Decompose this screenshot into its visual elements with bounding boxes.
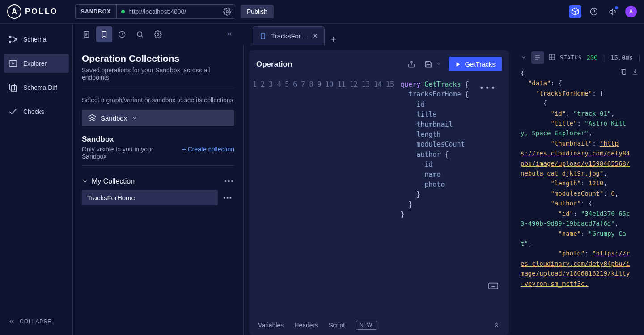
sidebar-item-label: Schema Diff — [23, 84, 57, 91]
share-button[interactable] — [406, 59, 417, 70]
logo-mark-icon — [7, 4, 21, 19]
svg-point-10 — [137, 32, 142, 37]
svg-marker-6 — [12, 62, 15, 65]
explorer-icon — [8, 59, 18, 68]
svg-point-2 — [9, 36, 11, 38]
publish-button[interactable]: Publish — [241, 5, 274, 18]
url-cluster: SANDBOX http://localhost:4000/ — [75, 4, 235, 19]
response-time: 15.0ms — [610, 54, 633, 61]
variables-tab[interactable]: Variables — [258, 322, 284, 329]
history-panel-button[interactable] — [114, 26, 130, 42]
copy-response-button[interactable] — [620, 68, 627, 77]
svg-rect-8 — [11, 85, 16, 92]
tab-close-button[interactable]: ✕ — [312, 32, 318, 40]
sidebar-item-checks[interactable]: Checks — [4, 102, 69, 121]
list-icon — [534, 54, 541, 61]
endpoint-settings-button[interactable] — [220, 8, 235, 16]
status-dot-icon — [121, 10, 125, 13]
headers-tab[interactable]: Headers — [294, 322, 318, 329]
history-icon — [118, 30, 126, 38]
document-icon — [82, 30, 90, 38]
docs-panel-button[interactable] — [78, 26, 94, 42]
url-box[interactable]: http://localhost:4000/ — [117, 5, 220, 18]
topbar: POLLO SANDBOX http://localhost:4000/ Pub… — [0, 0, 644, 24]
save-menu-button[interactable] — [434, 61, 443, 68]
sandbox-selector-button[interactable]: Sandbox — [82, 110, 234, 126]
search-panel-button[interactable] — [132, 26, 148, 42]
help-icon — [590, 8, 598, 16]
sidebar-item-schema-diff[interactable]: Schema Diff — [4, 78, 69, 97]
layers-icon — [88, 114, 96, 122]
code-content: query GetTracks { tracksForHome { id tit… — [400, 80, 502, 314]
svg-point-3 — [9, 41, 11, 43]
sandbox-heading: Sandbox — [82, 135, 234, 144]
sandbox-sub: Only visible to you in your Sandbox — [82, 146, 162, 160]
operation-footer: Variables Headers Script NEW! — [249, 315, 509, 335]
keyboard-icon — [488, 282, 498, 289]
announcements-button[interactable] — [606, 5, 619, 18]
collapse-response-button[interactable] — [521, 54, 527, 62]
save-button[interactable] — [423, 59, 434, 70]
logo: POLLO — [7, 4, 70, 19]
download-icon — [631, 68, 639, 75]
chevron-down-icon — [82, 178, 88, 184]
play-icon — [455, 61, 461, 67]
svg-rect-15 — [622, 70, 626, 75]
response-table-button[interactable] — [548, 54, 555, 62]
sidebar-item-explorer[interactable]: Explorer — [4, 54, 69, 73]
collapse-sidebar-button[interactable]: COLLAPSE — [4, 314, 69, 329]
collections-title: Operation Collections — [82, 53, 234, 64]
operation-editor[interactable]: ••• 1 2 3 4 5 6 7 8 9 10 11 12 13 14 15 … — [249, 78, 509, 315]
operation-panel-title: Operation — [256, 60, 292, 69]
sidebar: Schema Explorer Schema Diff Checks COLLA… — [0, 24, 73, 335]
chevron-down-icon — [436, 61, 441, 67]
expand-footer-button[interactable] — [493, 321, 500, 330]
new-badge: NEW! — [356, 321, 377, 330]
collections-panel-button[interactable] — [96, 26, 112, 42]
table-icon — [548, 54, 555, 61]
help-button[interactable] — [588, 5, 600, 18]
avatar[interactable]: A — [625, 6, 637, 17]
svg-point-1 — [591, 8, 597, 15]
tab-label: TracksFor… — [271, 32, 308, 40]
response-json[interactable]: { "data": { "tracksForHome": [ { "id": "… — [521, 68, 641, 289]
chevrons-left-icon — [8, 318, 15, 325]
collection-menu-button[interactable]: ••• — [224, 177, 234, 185]
operation-tabs: TracksFor… ✕ + — [244, 24, 343, 45]
plus-icon: + — [182, 146, 186, 153]
collection-header[interactable]: My Collection ••• — [82, 173, 234, 190]
operation-item-menu-button[interactable]: ••• — [221, 194, 234, 201]
sidebar-item-schema[interactable]: Schema — [4, 30, 69, 49]
clipboard-icon — [620, 68, 627, 75]
svg-rect-13 — [489, 283, 498, 289]
create-collection-button[interactable]: + Create collection — [182, 146, 234, 153]
collections-subtitle: Saved operations for your Sandbox, acros… — [82, 67, 234, 81]
gear-icon — [223, 8, 231, 16]
diff-icon — [8, 83, 18, 92]
bookmark-icon — [259, 33, 267, 40]
collection-operation-item[interactable]: TracksForHome — [82, 190, 218, 205]
line-gutter: 1 2 3 4 5 6 7 8 9 10 11 12 13 14 15 — [253, 80, 400, 314]
chevrons-up-icon — [493, 321, 500, 328]
collapse-left-panel-button[interactable] — [226, 30, 238, 39]
download-response-button[interactable] — [631, 68, 639, 77]
settings-panel-button[interactable] — [150, 26, 166, 42]
keyboard-shortcuts-button[interactable] — [488, 282, 498, 292]
run-operation-button[interactable]: GetTracks — [449, 57, 502, 71]
sidebar-item-label: Explorer — [23, 60, 47, 67]
chevrons-left-icon — [226, 30, 233, 38]
tab-operation[interactable]: TracksFor… ✕ — [253, 26, 325, 45]
sidebar-item-label: Checks — [23, 108, 44, 115]
editor-menu-button[interactable]: ••• — [479, 83, 496, 93]
checks-icon — [8, 107, 18, 117]
operation-column: Operation — [244, 45, 514, 335]
megaphone-icon — [609, 8, 617, 16]
add-tab-button[interactable]: + — [325, 34, 343, 45]
url-text: http://localhost:4000/ — [128, 8, 186, 15]
response-panel: STATUS 200 | 15.0ms | { "data": { "track… — [514, 45, 644, 335]
svg-rect-7 — [10, 84, 15, 90]
response-view-button[interactable] — [531, 51, 544, 64]
bookmark-icon — [100, 30, 108, 38]
script-tab[interactable]: Script — [329, 322, 345, 329]
studio-button[interactable] — [569, 5, 581, 18]
